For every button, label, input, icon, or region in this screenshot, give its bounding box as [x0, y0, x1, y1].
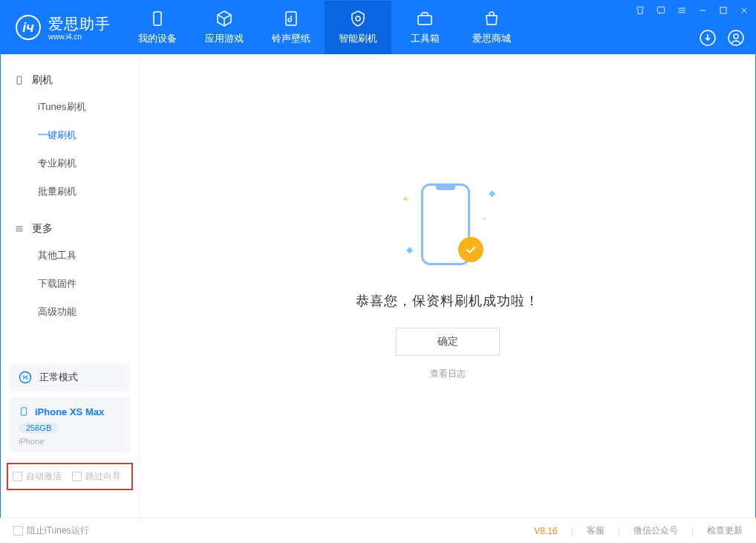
view-log-link[interactable]: 查看日志 — [430, 368, 466, 380]
status-normal-icon — [19, 371, 32, 384]
footer: 阻止iTunes运行 V8.16 | 客服 | 微信公众号 | 检查更新 — [0, 518, 756, 543]
toolbox-icon — [416, 10, 434, 27]
version-label: V8.16 — [534, 526, 557, 536]
device-icon — [149, 10, 166, 27]
download-icon[interactable] — [699, 29, 717, 47]
options-row-highlighted: 自动激活 跳过向导 — [7, 463, 133, 490]
tab-label: 智能刷机 — [339, 32, 377, 45]
device-panel: 正常模式 iPhone XS Max 256GB iPhone — [10, 363, 130, 453]
tab-label: 工具箱 — [411, 32, 440, 45]
device-type: iPhone — [19, 437, 121, 446]
sidebar-item-onekey-flash[interactable]: 一键刷机 — [1, 121, 139, 149]
user-icon[interactable] — [727, 29, 745, 47]
sidebar-item-pro-flash[interactable]: 专业刷机 — [1, 149, 139, 178]
checkbox-skip-guide[interactable]: 跳过向导 — [72, 470, 121, 483]
checkbox-icon — [13, 472, 22, 481]
svg-point-10 — [23, 375, 25, 377]
checkbox-label: 阻止iTunes运行 — [27, 524, 89, 537]
check-badge-icon — [458, 237, 483, 262]
tab-label: 铃声壁纸 — [272, 32, 310, 45]
header-right-icons — [699, 29, 745, 47]
svg-point-6 — [729, 30, 743, 45]
sidebar-item-advanced[interactable]: 高级功能 — [1, 298, 139, 326]
tab-label: 我的设备 — [138, 32, 177, 45]
svg-rect-3 — [657, 7, 664, 13]
minimize-icon[interactable] — [697, 5, 708, 16]
close-icon[interactable] — [739, 5, 749, 16]
sidebar-item-other-tools[interactable]: 其他工具 — [1, 241, 139, 270]
titlebar: iч 爱思助手 www.i4.cn 我的设备 应用游戏 铃声壁纸 智能刷机 工具… — [1, 1, 755, 54]
footer-link-update[interactable]: 检查更新 — [707, 524, 743, 537]
sidebar-group-flash: 刷机 — [1, 68, 139, 93]
menu-icon[interactable] — [677, 5, 687, 16]
window-controls — [635, 5, 749, 16]
footer-link-wechat[interactable]: 微信公众号 — [633, 524, 678, 537]
sidebar-group-more: 更多 — [1, 216, 139, 241]
device-capacity: 256GB — [19, 423, 59, 433]
tab-apps-games[interactable]: 应用游戏 — [191, 1, 258, 54]
device-name: iPhone XS Max — [35, 406, 104, 417]
svg-point-11 — [26, 377, 27, 379]
phone-small-icon — [19, 405, 29, 418]
footer-link-support[interactable]: 客服 — [587, 524, 605, 537]
status-label: 正常模式 — [39, 371, 78, 384]
app-name: 爱思助手 — [48, 14, 111, 34]
feedback-icon[interactable] — [656, 5, 666, 16]
svg-rect-2 — [418, 16, 431, 25]
tab-my-device[interactable]: 我的设备 — [124, 1, 191, 54]
logo-icon: iч — [16, 15, 41, 40]
svg-rect-0 — [154, 12, 161, 25]
checkbox-block-itunes[interactable]: 阻止iTunes运行 — [13, 524, 89, 537]
svg-point-7 — [734, 34, 738, 39]
ok-button[interactable]: 确定 — [396, 328, 500, 356]
svg-rect-12 — [22, 408, 27, 416]
app-domain: www.i4.cn — [48, 33, 111, 41]
group-title: 刷机 — [32, 74, 53, 87]
phone-icon — [14, 75, 25, 85]
checkbox-label: 跳过向导 — [85, 470, 121, 483]
device-card[interactable]: iPhone XS Max 256GB iPhone — [10, 397, 130, 453]
music-icon — [282, 10, 300, 27]
app-logo: iч 爱思助手 www.i4.cn — [1, 14, 124, 41]
tab-smart-flash[interactable]: 智能刷机 — [325, 1, 391, 54]
tab-label: 应用游戏 — [205, 32, 244, 45]
group-title: 更多 — [32, 222, 53, 235]
sidebar-item-itunes-flash[interactable]: iTunes刷机 — [1, 93, 139, 121]
checkbox-icon — [72, 472, 82, 481]
checkbox-icon — [13, 526, 23, 536]
main-content: ✦◆◆● 恭喜您，保资料刷机成功啦！ 确定 查看日志 — [140, 54, 755, 527]
tab-label: 爱思商城 — [472, 32, 511, 45]
sidebar: 刷机 iTunes刷机 一键刷机 专业刷机 批量刷机 更多 其他工具 下载固件 … — [1, 54, 140, 527]
cube-icon — [215, 10, 233, 27]
device-name-row: iPhone XS Max — [19, 405, 121, 418]
sidebar-item-download-firmware[interactable]: 下载固件 — [1, 270, 139, 298]
svg-rect-8 — [17, 77, 22, 85]
sidebar-item-batch-flash[interactable]: 批量刷机 — [1, 178, 139, 206]
list-icon — [14, 224, 25, 234]
checkbox-label: 自动激活 — [26, 470, 62, 483]
tab-store[interactable]: 爱思商城 — [458, 1, 525, 54]
tab-toolbox[interactable]: 工具箱 — [391, 1, 458, 54]
checkbox-auto-activate[interactable]: 自动激活 — [13, 470, 62, 483]
tab-ringtones-wallpapers[interactable]: 铃声壁纸 — [258, 1, 325, 54]
shield-refresh-icon — [349, 10, 367, 27]
nav-tabs: 我的设备 应用游戏 铃声壁纸 智能刷机 工具箱 爱思商城 — [124, 1, 525, 54]
tshirt-icon[interactable] — [635, 5, 645, 16]
success-message: 恭喜您，保资料刷机成功啦！ — [356, 292, 539, 310]
bag-icon — [483, 10, 501, 27]
svg-rect-4 — [720, 7, 726, 13]
maximize-icon[interactable] — [718, 5, 729, 16]
status-card[interactable]: 正常模式 — [10, 363, 130, 391]
success-illustration: ✦◆◆● — [396, 172, 500, 276]
